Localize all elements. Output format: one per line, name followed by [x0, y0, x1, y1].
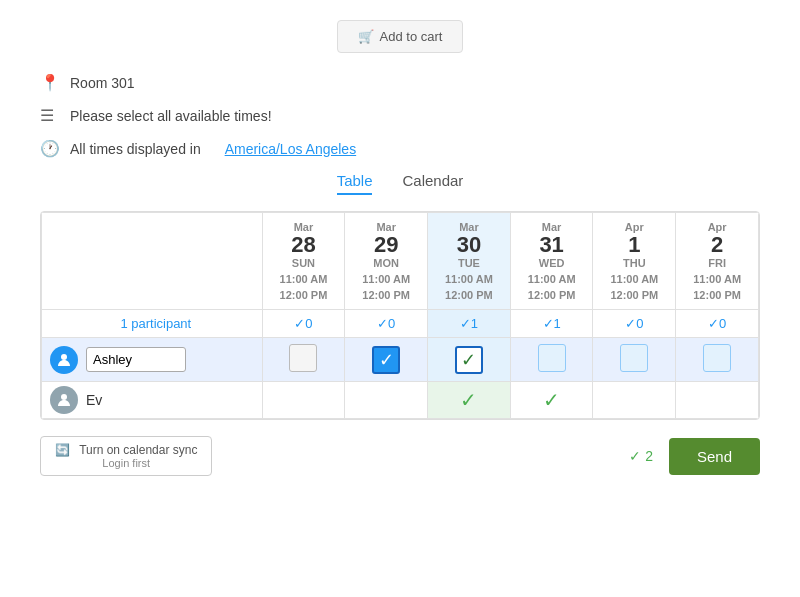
ashley-check-mar31[interactable]: [510, 338, 593, 382]
ashley-name-input[interactable]: [86, 347, 186, 372]
ashley-check-mar30[interactable]: ✓: [428, 338, 511, 382]
calendar-sync-button[interactable]: 🔄 Turn on calendar sync Login first: [40, 436, 212, 476]
col-header-mar28: Mar 28 SUN 11:00 AM 12:00 PM: [262, 213, 345, 310]
ev-cell-mar30: ✓: [428, 382, 511, 419]
ashley-row: ✓ ✓: [42, 338, 759, 382]
sync-icon: 🔄: [55, 443, 70, 457]
add-to-cart-button[interactable]: 🛒 Add to cart: [337, 20, 464, 53]
count-mar28: ✓0: [262, 310, 345, 338]
location-icon: 📍: [40, 73, 60, 92]
send-button[interactable]: Send: [669, 438, 760, 475]
ashley-check-apr2[interactable]: [676, 338, 759, 382]
list-icon: ☰: [40, 106, 60, 125]
calendar-table-wrapper: Mar 28 SUN 11:00 AM 12:00 PM Mar 29 MON: [40, 211, 760, 420]
ev-avatar: [50, 386, 78, 414]
svg-point-0: [61, 354, 67, 360]
col-header-mar29: Mar 29 MON 11:00 AM 12:00 PM: [345, 213, 428, 310]
ashley-user-cell: [42, 338, 263, 382]
sync-sub-label: Login first: [55, 457, 197, 469]
ashley-check-mar29[interactable]: ✓: [345, 338, 428, 382]
ev-cell-mar28: [262, 382, 345, 419]
bottom-bar: 🔄 Turn on calendar sync Login first ✓ 2 …: [40, 436, 760, 476]
col-header-mar31: Mar 31 WED 11:00 AM 12:00 PM: [510, 213, 593, 310]
count-mar31: ✓1: [510, 310, 593, 338]
ashley-check-apr1[interactable]: [593, 338, 676, 382]
count-apr2: ✓0: [676, 310, 759, 338]
room-label: Room 301: [70, 75, 135, 91]
ev-cell-apr1: [593, 382, 676, 419]
count-mar30: ✓1: [428, 310, 511, 338]
col-header-mar30: Mar 30 TUE 11:00 AM 12:00 PM: [428, 213, 511, 310]
ashley-checkbox-mar28[interactable]: [289, 344, 317, 372]
col-header-apr2: Apr 2 FRI 11:00 AM 12:00 PM: [676, 213, 759, 310]
tab-table[interactable]: Table: [337, 172, 373, 195]
timezone-link[interactable]: America/Los Angeles: [225, 141, 357, 157]
sync-label: Turn on calendar sync: [79, 443, 197, 457]
ev-cell-mar31: ✓: [510, 382, 593, 419]
right-actions: ✓ 2 Send: [629, 438, 760, 475]
participant-count-row: 1 participant ✓0 ✓0 ✓1 ✓1 ✓0: [42, 310, 759, 338]
ev-check-mar31: ✓: [543, 389, 560, 411]
svg-point-1: [61, 394, 67, 400]
cart-icon: 🛒: [358, 29, 374, 44]
ev-row: Ev ✓ ✓: [42, 382, 759, 419]
ashley-check-mar28[interactable]: [262, 338, 345, 382]
timezone-prefix: All times displayed in: [70, 141, 201, 157]
count-apr1: ✓0: [593, 310, 676, 338]
clock-icon: 🕐: [40, 139, 60, 158]
checkmark-icon: ✓: [629, 448, 641, 464]
tab-calendar[interactable]: Calendar: [402, 172, 463, 195]
ashley-checkbox-apr1[interactable]: [620, 344, 648, 372]
ev-cell-apr2: [676, 382, 759, 419]
ashley-checkbox-mar31[interactable]: [538, 344, 566, 372]
add-to-cart-label: Add to cart: [380, 29, 443, 44]
ev-cell-mar29: [345, 382, 428, 419]
ashley-checkbox-apr2[interactable]: [703, 344, 731, 372]
ashley-checkbox-mar30[interactable]: ✓: [455, 346, 483, 374]
participant-label: 1 participant: [42, 310, 263, 338]
ev-user-cell: Ev: [42, 382, 263, 419]
select-times-label: Please select all available times!: [70, 108, 272, 124]
vote-count: ✓ 2: [629, 448, 653, 464]
ashley-checkbox-mar29[interactable]: ✓: [372, 346, 400, 374]
ashley-avatar: [50, 346, 78, 374]
col-header-apr1: Apr 1 THU 11:00 AM 12:00 PM: [593, 213, 676, 310]
count-mar29: ✓0: [345, 310, 428, 338]
ev-check-mar30: ✓: [460, 389, 477, 411]
ev-name: Ev: [86, 392, 102, 408]
